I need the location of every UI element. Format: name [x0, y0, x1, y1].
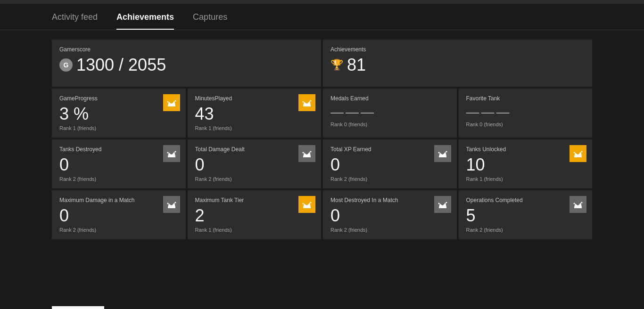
- stat-rank-tanks-destroyed: Rank 2 (friends): [59, 176, 178, 182]
- svg-point-42: [438, 203, 439, 204]
- svg-point-32: [167, 203, 168, 204]
- stat-card-achievements: Achievements 🏆 81: [323, 40, 592, 87]
- stat-card-tanks-unlocked: Tanks Unlocked 10 Rank 1 (friends): [459, 139, 593, 188]
- stat-card-gamerscore: Gamerscore G 1300 / 2055: [52, 40, 321, 87]
- trophy-icon: 🏆: [330, 60, 343, 70]
- stat-card-max-damage: Maximum Damage in a Match 0 Rank 2 (frie…: [52, 190, 186, 239]
- svg-point-37: [303, 203, 304, 204]
- svg-point-3: [171, 104, 172, 105]
- stat-rank-medals-earned: Rank 0 (friends): [330, 122, 449, 127]
- svg-point-22: [438, 152, 439, 154]
- stat-rank-total-xp: Rank 2 (friends): [330, 176, 449, 182]
- svg-point-29: [581, 151, 583, 153]
- stat-value-max-tier: 2: [195, 207, 314, 224]
- crown-icon: [167, 149, 176, 158]
- stat-value-gameprogress: 3 %: [59, 106, 178, 122]
- svg-point-17: [303, 152, 304, 154]
- tab-activity-feed[interactable]: Activity feed: [52, 12, 98, 30]
- svg-point-9: [310, 100, 312, 102]
- tab-achievements[interactable]: Achievements: [116, 12, 174, 30]
- stat-card-total-damage: Total Damage Dealt 0 Rank 2 (friends): [188, 139, 322, 188]
- tab-captures[interactable]: Captures: [193, 12, 227, 30]
- main-content: Gamerscore G 1300 / 2055 Achievements 🏆 …: [0, 30, 644, 298]
- stat-label-minutesplayed: MinutesPlayed: [195, 95, 314, 102]
- crown-icon: [302, 149, 312, 158]
- nav-tabs: Activity feed Achievements Captures: [0, 4, 644, 30]
- svg-rect-6: [303, 106, 311, 106]
- crown-badge-max-tier: [298, 196, 315, 213]
- crown-badge-most-destroyed: [434, 196, 451, 213]
- stat-label-total-xp: Total XP Earned: [330, 146, 449, 153]
- svg-point-8: [306, 104, 308, 105]
- stat-label-operations-completed: Operations Completed: [466, 197, 585, 203]
- svg-point-39: [310, 202, 312, 203]
- stat-label-tanks-unlocked: Tanks Unlocked: [466, 146, 585, 153]
- svg-rect-16: [303, 156, 311, 157]
- crown-badge-tanks-unlocked: [570, 145, 586, 162]
- svg-point-19: [310, 151, 312, 153]
- stat-label-most-destroyed: Most Destroyed In a Match: [330, 197, 449, 203]
- svg-point-48: [578, 205, 579, 207]
- tank-dash: ———: [466, 106, 512, 119]
- crown-badge-total-xp: [434, 145, 451, 162]
- stat-card-gameprogress: GameProgress 3 % Rank 1 (friends): [52, 89, 186, 138]
- stat-label-total-damage: Total Damage Dealt: [195, 146, 314, 153]
- stat-rank-tanks-unlocked: Rank 1 (friends): [466, 176, 585, 182]
- stat-rank-favorite-tank: Rank 0 (friends): [466, 122, 585, 127]
- bottom-bar: All Recent Unlocked Compare with friends: [0, 298, 644, 309]
- stat-value-max-damage: 0: [59, 207, 178, 224]
- stat-rank-max-tier: Rank 1 (friends): [195, 227, 314, 233]
- stat-value-minutesplayed: 43: [195, 106, 314, 122]
- svg-point-4: [174, 100, 176, 102]
- stat-rank-max-damage: Rank 2 (friends): [59, 227, 178, 233]
- svg-point-13: [171, 154, 172, 156]
- stat-rank-most-destroyed: Rank 2 (friends): [330, 227, 449, 233]
- gamerscore-icon: G: [59, 58, 73, 72]
- stat-label-tanks-destroyed: Tanks Destroyed: [59, 146, 178, 153]
- svg-point-38: [306, 205, 308, 207]
- svg-point-28: [578, 154, 579, 156]
- crown-icon: [167, 98, 176, 107]
- stat-card-max-tier: Maximum Tank Tier 2 Rank 1 (friends): [188, 190, 322, 239]
- svg-point-18: [306, 154, 308, 156]
- stat-value-medals-earned: ———: [330, 106, 449, 119]
- crown-icon: [302, 98, 312, 107]
- stat-label-gameprogress: GameProgress: [59, 95, 178, 102]
- svg-point-47: [574, 203, 575, 204]
- filter-select[interactable]: All Recent Unlocked: [52, 306, 104, 309]
- crown-badge-minutesplayed: [298, 94, 315, 111]
- crown-icon: [438, 149, 447, 158]
- svg-rect-36: [303, 207, 311, 208]
- stat-label-max-damage: Maximum Damage in a Match: [59, 197, 178, 203]
- stat-card-medals-earned: Medals Earned ——— Rank 0 (friends): [323, 89, 457, 138]
- top-bar: [0, 0, 644, 4]
- stat-card-minutesplayed: MinutesPlayed 43 Rank 1 (friends): [188, 89, 322, 138]
- stat-rank-gameprogress: Rank 1 (friends): [59, 125, 178, 131]
- stat-card-tanks-destroyed: Tanks Destroyed 0 Rank 2 (friends): [52, 139, 186, 188]
- crown-icon: [573, 149, 583, 158]
- stat-value-operations-completed: 5: [466, 207, 585, 224]
- medals-dash: ———: [330, 106, 376, 119]
- stat-rank-operations-completed: Rank 2 (friends): [466, 227, 585, 233]
- svg-point-14: [174, 151, 176, 153]
- svg-point-33: [171, 205, 172, 207]
- svg-rect-46: [574, 207, 582, 208]
- svg-point-24: [446, 151, 447, 153]
- stat-card-total-xp: Total XP Earned 0 Rank 2 (friends): [323, 139, 457, 188]
- svg-point-49: [581, 202, 583, 203]
- svg-point-34: [174, 202, 176, 203]
- stat-label-achievements: Achievements: [330, 46, 585, 53]
- crown-badge-total-damage: [298, 145, 315, 162]
- stats-grid: Gamerscore G 1300 / 2055 Achievements 🏆 …: [52, 40, 592, 288]
- crown-badge-operations-completed: [570, 196, 586, 213]
- stat-value-total-xp: 0: [330, 156, 449, 173]
- crown-icon: [573, 200, 583, 209]
- crown-badge-gameprogress: [163, 94, 180, 111]
- stat-label-favorite-tank: Favorite Tank: [466, 95, 585, 102]
- svg-point-27: [574, 152, 575, 154]
- svg-rect-41: [439, 207, 446, 208]
- svg-point-23: [442, 154, 443, 156]
- crown-badge-max-damage: [163, 196, 180, 213]
- svg-point-2: [167, 101, 168, 103]
- svg-rect-11: [168, 156, 175, 157]
